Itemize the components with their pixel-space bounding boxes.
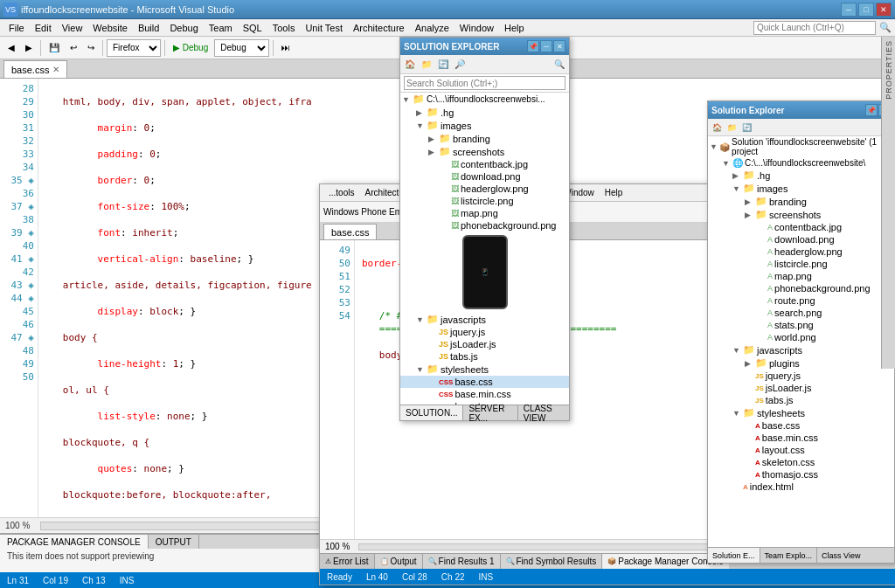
menu-view[interactable]: View bbox=[57, 21, 88, 35]
tree-item-contentback[interactable]: 🖼 contentback.jpg bbox=[400, 158, 569, 170]
sol-2-root-solution[interactable]: ▼ 📦 Solution 'iffoundlockscreenwebsite' … bbox=[708, 136, 894, 157]
sol-2-stylesheets[interactable]: ▼ 📁 stylesheets bbox=[708, 406, 894, 419]
sol-2-search[interactable]: A search.png bbox=[708, 307, 894, 319]
tree-item-css-folder[interactable]: ▼ 📁 stylesheets bbox=[400, 363, 569, 376]
menu-analyze[interactable]: Analyze bbox=[410, 21, 454, 35]
sol-exp-2-tb-btn2[interactable]: 📁 bbox=[725, 121, 739, 135]
tree-item-basemincss[interactable]: CSS base.min.css bbox=[400, 388, 569, 400]
bg-tab-errorlist[interactable]: ⚠ Error List bbox=[320, 554, 375, 569]
sol-tab-solution[interactable]: SOLUTION... bbox=[400, 405, 463, 420]
tab-package-manager[interactable]: PACKAGE MANAGER CONSOLE bbox=[0, 535, 149, 549]
minimize-icon[interactable]: ─ bbox=[841, 3, 857, 17]
tree-item-tabs[interactable]: JS tabs.js bbox=[400, 350, 569, 363]
step-over-button[interactable]: ⏭ bbox=[277, 38, 295, 58]
sol-tb-btn2[interactable]: 📁 bbox=[419, 57, 434, 73]
menu-edit[interactable]: Edit bbox=[30, 21, 57, 35]
sol-2-headerglow[interactable]: A headerglow.png bbox=[708, 246, 894, 258]
tree-item-basecss[interactable]: CSS base.css bbox=[400, 376, 569, 388]
sol-exp-2-tab-solution[interactable]: Solution E... bbox=[708, 548, 760, 563]
sol-tb-search-icon[interactable]: 🔍 bbox=[552, 57, 567, 73]
tree-item-images[interactable]: ▼ 📁 images bbox=[400, 119, 569, 132]
sol-search-input[interactable] bbox=[404, 76, 565, 90]
sol-2-screenshots[interactable]: ▶ 📁 screenshots bbox=[708, 208, 894, 221]
sol-tb-btn4[interactable]: 🔎 bbox=[452, 57, 468, 73]
menu-debug[interactable]: Debug bbox=[164, 21, 203, 35]
sol-exp-2-tb-btn1[interactable]: 🏠 bbox=[710, 121, 724, 135]
sol-exp-minimize-icon[interactable]: ─ bbox=[540, 40, 552, 52]
sol-2-javascripts[interactable]: ▼ 📁 javascripts bbox=[708, 343, 894, 356]
sol-exp-2-tb-btn3[interactable]: 🔄 bbox=[739, 121, 753, 135]
sol-exp-2-tab-team[interactable]: Team Explo... bbox=[760, 548, 818, 563]
save-button[interactable]: 💾 bbox=[45, 38, 64, 58]
sol-2-basemincss[interactable]: A base.min.css bbox=[708, 432, 894, 444]
undo-button[interactable]: ↩ bbox=[66, 38, 81, 58]
sol-2-contentback[interactable]: A contentback.jpg bbox=[708, 221, 894, 233]
debug-config-dropdown[interactable]: Debug Release bbox=[214, 39, 269, 57]
sol-exp-2-tab-class[interactable]: Class View bbox=[817, 548, 864, 563]
menu-sql[interactable]: SQL bbox=[238, 21, 267, 35]
sol-exp-pin-icon[interactable]: 📌 bbox=[527, 40, 539, 52]
redo-button[interactable]: ↪ bbox=[83, 38, 99, 58]
menu-website[interactable]: Website bbox=[87, 21, 133, 35]
tree-item-screenshots[interactable]: ▶ 📁 screenshots bbox=[400, 145, 569, 158]
tree-item-branding[interactable]: ▶ 📁 branding bbox=[400, 132, 569, 145]
tree-item-jquery[interactable]: JS jquery.js bbox=[400, 326, 569, 338]
sol-2-plugins[interactable]: ▶ 📁 plugins bbox=[708, 356, 894, 370]
sol-2-layoutcss[interactable]: A layout.css bbox=[708, 444, 894, 456]
tab-output[interactable]: OUTPUT bbox=[149, 535, 199, 549]
debug-start-button[interactable]: ▶ Debug bbox=[169, 38, 212, 58]
sol-2-stats[interactable]: A stats.png bbox=[708, 319, 894, 331]
sol-2-phonebg[interactable]: A phonebackground.png bbox=[708, 282, 894, 294]
menu-tools[interactable]: Tools bbox=[267, 21, 301, 35]
menu-window[interactable]: Window bbox=[454, 21, 499, 35]
sol-2-branding[interactable]: ▶ 📁 branding bbox=[708, 195, 894, 208]
quick-launch-input[interactable] bbox=[753, 21, 876, 35]
sol-exp-close-icon[interactable]: ✕ bbox=[553, 40, 565, 52]
back-button[interactable]: ◀ bbox=[3, 38, 19, 58]
tree-item-js-folder[interactable]: ▼ 📁 javascripts bbox=[400, 313, 569, 326]
sol-2-jsloader[interactable]: JS jsLoader.js bbox=[708, 382, 894, 394]
sol-tab-class[interactable]: CLASS VIEW bbox=[518, 405, 569, 420]
sol-2-route[interactable]: A route.png bbox=[708, 294, 894, 307]
tree-item-download[interactable]: 🖼 download.png bbox=[400, 170, 569, 183]
sol-tb-btn1[interactable]: 🏠 bbox=[402, 57, 418, 73]
tree-item-listcircle[interactable]: 🖼 listcircle.png bbox=[400, 195, 569, 207]
menu-file[interactable]: File bbox=[3, 21, 30, 35]
sol-2-skeletoncss[interactable]: A skeleton.css bbox=[708, 456, 894, 468]
sol-exp-2-pin-icon[interactable]: 📌 bbox=[865, 104, 878, 116]
sol-2-download[interactable]: A download.png bbox=[708, 233, 894, 246]
tab-close-icon[interactable]: ✕ bbox=[52, 65, 59, 74]
sol-2-listcircle[interactable]: A listcircle.png bbox=[708, 258, 894, 270]
sol-2-images[interactable]: ▼ 📁 images bbox=[708, 182, 894, 195]
menu-team[interactable]: Team bbox=[204, 21, 238, 35]
sol-2-map[interactable]: A map.png bbox=[708, 270, 894, 282]
bg-tab-output[interactable]: 📋 Output bbox=[375, 554, 423, 569]
sol-2-hg[interactable]: ▶ 📁 .hg bbox=[708, 169, 894, 182]
sol-2-basecss[interactable]: A base.css bbox=[708, 419, 894, 432]
menu-build[interactable]: Build bbox=[133, 21, 164, 35]
browser-dropdown[interactable]: Firefox Chrome IE bbox=[107, 39, 161, 57]
sol-2-path[interactable]: ▼ 🌐 C:\...\iffoundlockscreenwebsite\ bbox=[708, 157, 894, 169]
tree-item-hg[interactable]: ▶ 📁 .hg bbox=[400, 106, 569, 119]
sol-2-jquery[interactable]: JS jquery.js bbox=[708, 370, 894, 382]
close-icon[interactable]: ✕ bbox=[876, 3, 892, 17]
editor-tab-basecss[interactable]: base.css ✕ bbox=[3, 60, 67, 78]
tree-item-jsloader[interactable]: JS jsLoader.js bbox=[400, 338, 569, 350]
tree-item-phonebg[interactable]: 🖼 phonebackground.png bbox=[400, 219, 569, 232]
sol-tb-btn3[interactable]: 🔄 bbox=[435, 57, 451, 73]
maximize-icon[interactable]: □ bbox=[858, 3, 874, 17]
menu-unittest[interactable]: Unit Test bbox=[300, 21, 348, 35]
bg-menu-help[interactable]: Help bbox=[600, 186, 628, 199]
bg-tab-findresults1[interactable]: 🔍 Find Results 1 bbox=[423, 554, 501, 569]
bg-menu-tools[interactable]: ...tools bbox=[323, 186, 359, 199]
bg-tab-findsymbol[interactable]: 🔍 Find Symbol Results bbox=[501, 554, 603, 569]
tree-root[interactable]: ▼ 📁 C:\...\iffoundlockscreenwebsi... bbox=[400, 93, 569, 106]
sol-2-world[interactable]: A world.png bbox=[708, 331, 894, 343]
tree-item-map[interactable]: 🖼 map.png bbox=[400, 207, 569, 219]
menu-architecture[interactable]: Architecture bbox=[348, 21, 410, 35]
sol-2-indexhtml[interactable]: A index.html bbox=[708, 481, 894, 493]
sol-2-tabs[interactable]: JS tabs.js bbox=[708, 394, 894, 406]
menu-help[interactable]: Help bbox=[499, 21, 530, 35]
sol-2-thomascss[interactable]: A thomasjo.css bbox=[708, 468, 894, 481]
forward-button[interactable]: ▶ bbox=[21, 38, 37, 58]
